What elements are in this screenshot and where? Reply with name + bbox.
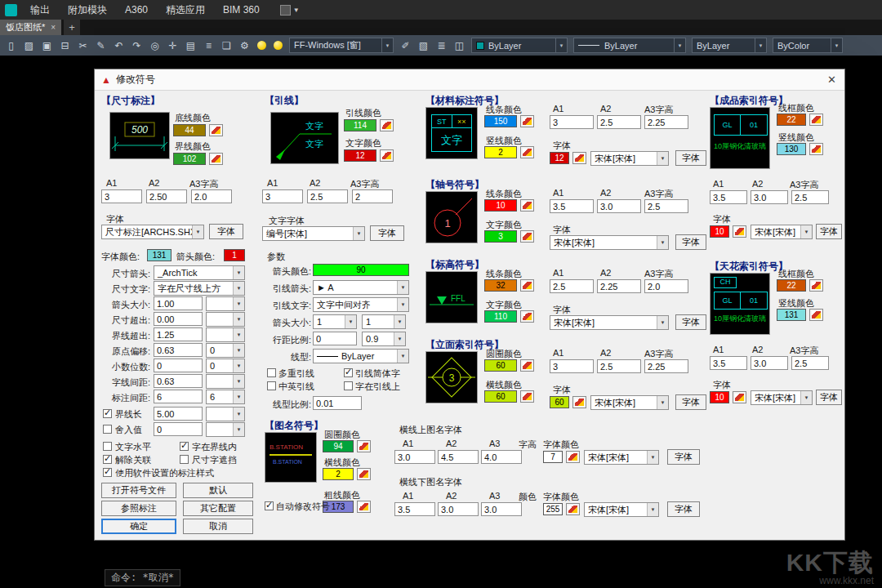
open-symbol-file-button[interactable]: 打开符号文件 [101, 483, 176, 498]
color-picker-icon[interactable] [566, 451, 580, 463]
a2-input[interactable] [438, 450, 479, 464]
file-new-icon[interactable]: ▯ [2, 38, 20, 54]
text-horizontal-checkbox[interactable] [103, 442, 112, 451]
font-color-swatch[interactable]: 12 [550, 152, 569, 164]
save-icon[interactable]: ▣ [38, 38, 56, 54]
color-picker-icon[interactable] [733, 391, 746, 403]
color-picker-icon[interactable] [520, 359, 534, 372]
font-button[interactable]: 字体 [675, 394, 706, 410]
default-button[interactable]: 默认 [183, 483, 253, 498]
round-value-checkbox[interactable] [103, 425, 112, 434]
a1-input[interactable] [550, 359, 594, 373]
color-picker-icon[interactable] [520, 115, 534, 127]
a2-input[interactable] [597, 359, 641, 373]
color-picker-icon[interactable] [809, 114, 823, 126]
leader-arrow-combo[interactable]: ► A [313, 280, 409, 295]
color-picker-icon[interactable] [566, 503, 580, 515]
color-picker-icon[interactable] [380, 119, 394, 131]
a1-input[interactable] [710, 356, 747, 370]
bottom-line-color-swatch[interactable]: 44 [173, 124, 206, 136]
menu-item-bim360[interactable]: BIM 360 [214, 0, 269, 20]
a3-input[interactable] [791, 356, 829, 370]
folder-open-icon[interactable]: ▨ [20, 38, 38, 54]
a3-input[interactable] [791, 190, 829, 204]
linetype-combo[interactable]: ByLayer [313, 349, 409, 363]
hline-color-swatch[interactable]: 60 [484, 390, 517, 403]
circle-color-swatch[interactable]: 60 [484, 359, 517, 372]
decimal-places-input[interactable] [154, 359, 203, 372]
font-color-swatch[interactable]: 10 [710, 225, 729, 238]
cn-en-leader-checkbox[interactable] [267, 381, 276, 390]
font-color-swatch[interactable]: 255 [543, 503, 563, 515]
a2-input[interactable] [597, 279, 641, 293]
a3-input[interactable] [191, 189, 232, 203]
edit-icon[interactable]: ✎ [92, 38, 109, 54]
text-color-swatch[interactable]: 110 [484, 310, 517, 323]
redo-icon[interactable]: ↷ [128, 38, 145, 54]
ok-button[interactable]: 确定 [101, 519, 176, 534]
frame-color-swatch[interactable]: 22 [777, 114, 806, 126]
sheet-icon[interactable]: ❏ [218, 38, 235, 54]
text-inside-ext-checkbox[interactable] [180, 442, 189, 451]
line-color-swatch[interactable]: 150 [484, 115, 517, 127]
use-software-style-checkbox[interactable] [103, 468, 112, 477]
lightbulb-icon[interactable] [274, 41, 283, 50]
leader-text-color-swatch[interactable]: 12 [344, 149, 376, 162]
text-line-gap-combo[interactable] [206, 374, 245, 389]
dim-extend-input[interactable] [154, 312, 203, 326]
leader-color-swatch[interactable]: 114 [344, 119, 376, 131]
frame-color-swatch[interactable]: 22 [777, 279, 806, 292]
match-properties-icon[interactable]: ✐ [397, 38, 414, 54]
color-picker-icon[interactable] [572, 152, 586, 164]
font-color-swatch[interactable]: 60 [550, 396, 569, 408]
lineweight-combo[interactable]: ByLayer [692, 38, 767, 53]
arrow-size-input[interactable] [154, 296, 203, 310]
auto-modify-checkbox[interactable] [265, 501, 274, 510]
text-on-leader-checkbox[interactable] [344, 381, 353, 390]
a1-input[interactable] [262, 189, 303, 203]
line-color-swatch[interactable]: 10 [484, 199, 517, 212]
layer-combo[interactable]: ByLayer [471, 38, 568, 53]
dim-extend-unit-combo[interactable] [206, 312, 245, 327]
plot-icon[interactable]: ⊟ [56, 38, 74, 54]
multileader-checkbox[interactable] [267, 368, 276, 377]
ext-extend-unit-combo[interactable] [206, 327, 245, 342]
hline-color-swatch[interactable]: 2 [323, 468, 354, 480]
a2-input[interactable] [438, 502, 479, 516]
ext-line-length-combo[interactable] [206, 407, 245, 421]
workspace-combo[interactable]: FF-Windows [窗] [289, 38, 394, 53]
color-picker-icon[interactable] [380, 149, 394, 162]
a2-input[interactable] [751, 190, 788, 204]
axis-font-combo[interactable]: 宋体[宋体] [550, 235, 669, 250]
lightbulb-icon[interactable] [257, 41, 266, 50]
arrow-color-swatch[interactable]: 1 [224, 249, 245, 261]
font-button[interactable]: 字体 [816, 390, 842, 405]
color-picker-icon[interactable] [809, 279, 823, 292]
viewport-icon[interactable]: ◫ [451, 38, 468, 54]
a1-input[interactable] [394, 502, 435, 516]
color-picker-icon[interactable] [733, 225, 746, 238]
leader-font-combo[interactable]: 编号[宋体] [262, 226, 365, 241]
facade-font-combo[interactable]: 宋体[宋体] [590, 395, 669, 410]
simplified-text-checkbox[interactable] [344, 368, 353, 377]
text-line-gap-input[interactable] [154, 374, 203, 388]
color-picker-icon[interactable] [520, 230, 534, 243]
arrow-color-swatch[interactable]: 90 [313, 264, 409, 276]
undo-icon[interactable]: ↶ [110, 38, 127, 54]
a2-input[interactable] [751, 356, 788, 370]
layers-icon[interactable]: ≡ [200, 38, 217, 54]
a3-input[interactable] [644, 115, 688, 129]
line-color-swatch[interactable]: 32 [484, 279, 517, 292]
font-button[interactable]: 字体 [675, 234, 706, 250]
vline-color-swatch[interactable]: 130 [777, 143, 806, 155]
line-spacing-combo[interactable]: 0.9 [362, 332, 406, 346]
a2-input[interactable] [597, 199, 641, 213]
a1-input[interactable] [550, 199, 594, 213]
font-color-swatch[interactable]: 7 [543, 451, 563, 463]
menu-item-a360[interactable]: A360 [116, 0, 157, 20]
text-mask-checkbox[interactable] [180, 455, 189, 464]
erase-icon[interactable]: ✂ [74, 38, 91, 54]
color-picker-icon[interactable] [357, 440, 371, 452]
list-icon[interactable]: ≣ [433, 38, 450, 54]
vline-color-swatch[interactable]: 2 [484, 146, 517, 158]
